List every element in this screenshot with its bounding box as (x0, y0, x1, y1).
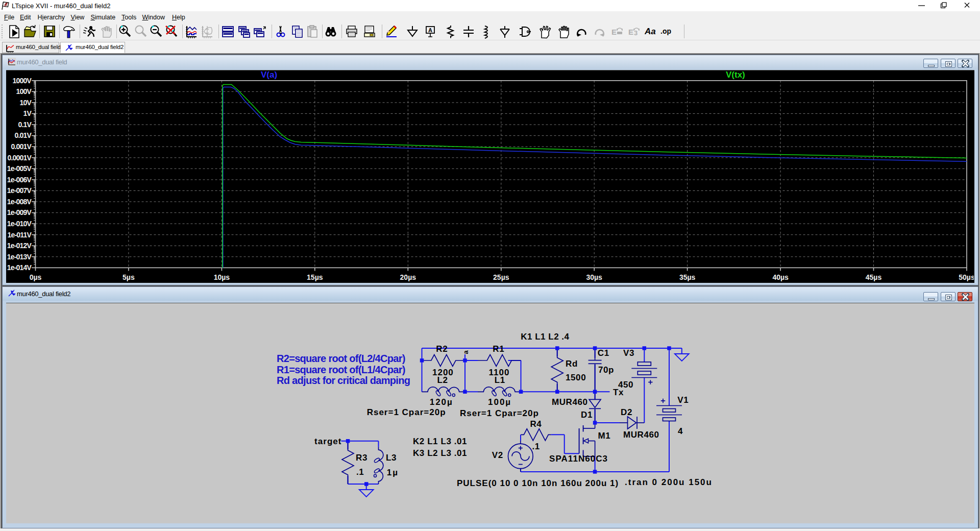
svg-text:40µs: 40µs (772, 273, 789, 281)
svg-text:.1: .1 (532, 442, 540, 451)
svg-text:R4: R4 (530, 419, 542, 429)
svg-text:1e-013V: 1e-013V (7, 253, 32, 261)
svg-text:1e-005V: 1e-005V (7, 164, 32, 173)
svg-text:1e-009V: 1e-009V (7, 208, 32, 216)
svg-text:SPA11N60C3: SPA11N60C3 (549, 454, 608, 464)
svg-text:10V: 10V (19, 99, 32, 107)
svg-text:Rd: Rd (566, 359, 578, 369)
svg-text:120µ: 120µ (430, 397, 453, 407)
svg-text:25µs: 25µs (493, 273, 509, 281)
svg-text:V2: V2 (492, 450, 503, 460)
svg-text:L1: L1 (495, 375, 505, 385)
svg-text:L2: L2 (437, 375, 448, 385)
svg-text:R1=square root of(L1/4Cpar): R1=square root of(L1/4Cpar) (277, 364, 405, 375)
svg-text:MUR460: MUR460 (623, 430, 659, 440)
svg-text:100V: 100V (16, 87, 32, 95)
svg-text:45µs: 45µs (866, 273, 882, 281)
svg-text:0.1V: 0.1V (18, 120, 32, 129)
svg-text:MUR460: MUR460 (552, 397, 588, 407)
svg-text:R2=square root of(L2/4Cpar): R2=square root of(L2/4Cpar) (277, 353, 405, 364)
svg-text:.op: .op (660, 27, 671, 35)
svg-text:.tran 0 200u 150u: .tran 0 200u 150u (625, 477, 713, 487)
svg-text:1e-014V: 1e-014V (7, 263, 32, 272)
svg-text:E: E (611, 28, 617, 36)
svg-text:Aa: Aa (645, 27, 656, 36)
svg-text:70p: 70p (598, 365, 614, 375)
svg-text:A: A (428, 27, 432, 33)
svg-text:D2: D2 (621, 407, 632, 417)
svg-text:.1: .1 (356, 467, 364, 477)
svg-text:20µs: 20µs (400, 273, 416, 281)
svg-text:V(a): V(a) (261, 70, 277, 80)
svg-text:Rser=1 Cpar=20p: Rser=1 Cpar=20p (367, 407, 446, 417)
svg-text:K2 L1 L3 .01: K2 L1 L3 .01 (413, 437, 467, 446)
svg-text:R1: R1 (493, 344, 504, 354)
svg-text:1500: 1500 (566, 373, 586, 382)
svg-text:M1: M1 (598, 431, 611, 441)
svg-text:1e-006V: 1e-006V (7, 176, 32, 184)
svg-text:1e-007V: 1e-007V (7, 186, 32, 195)
svg-text:1e-011V: 1e-011V (7, 231, 32, 239)
svg-text:1000V: 1000V (13, 77, 32, 85)
svg-text:1e-010V: 1e-010V (7, 220, 32, 228)
svg-text:0.01V: 0.01V (14, 131, 32, 139)
svg-text:10µs: 10µs (214, 273, 230, 281)
svg-text:1V: 1V (23, 109, 32, 117)
svg-text:30µs: 30µs (586, 273, 602, 281)
svg-text:1µ: 1µ (387, 468, 399, 477)
svg-text:1e-008V: 1e-008V (7, 198, 32, 206)
svg-text:C1: C1 (598, 348, 609, 358)
svg-text:D1: D1 (581, 410, 593, 420)
svg-text:a: a (462, 350, 470, 354)
svg-text:3: 3 (634, 29, 638, 37)
svg-text:V3: V3 (623, 348, 634, 358)
svg-text:0.001V: 0.001V (11, 142, 32, 151)
svg-text:target: target (314, 437, 342, 446)
svg-text:Rd adjust for critical damping: Rd adjust for critical damping (277, 375, 410, 386)
svg-text:1e-012V: 1e-012V (7, 242, 32, 250)
svg-text:L3: L3 (386, 453, 397, 463)
svg-text:K3 L2 L3 .01: K3 L2 L3 .01 (413, 448, 467, 458)
svg-text:35µs: 35µs (679, 273, 696, 281)
svg-text:E: E (628, 28, 633, 36)
svg-text:K1 L1 L2 .4: K1 L1 L2 .4 (521, 332, 569, 342)
svg-text:V1: V1 (677, 395, 689, 405)
svg-text:Rser=1 Cpar=20p: Rser=1 Cpar=20p (460, 408, 539, 418)
svg-text:4: 4 (678, 426, 683, 436)
svg-text:Tx: Tx (613, 388, 624, 397)
svg-text:5µs: 5µs (122, 273, 135, 281)
svg-text:0µs: 0µs (30, 273, 42, 281)
svg-text:R2: R2 (436, 344, 448, 354)
svg-text:50µs: 50µs (959, 273, 974, 281)
svg-text:15µs: 15µs (307, 273, 323, 281)
svg-text:100µ: 100µ (488, 397, 511, 407)
svg-text:V(tx): V(tx) (726, 70, 745, 80)
svg-text:0.0001V: 0.0001V (7, 154, 32, 162)
svg-text:R3: R3 (356, 453, 368, 463)
svg-text:PULSE(0 10 0 10n 10n 160u 200u: PULSE(0 10 0 10n 10n 160u 200u 1) (457, 478, 619, 488)
